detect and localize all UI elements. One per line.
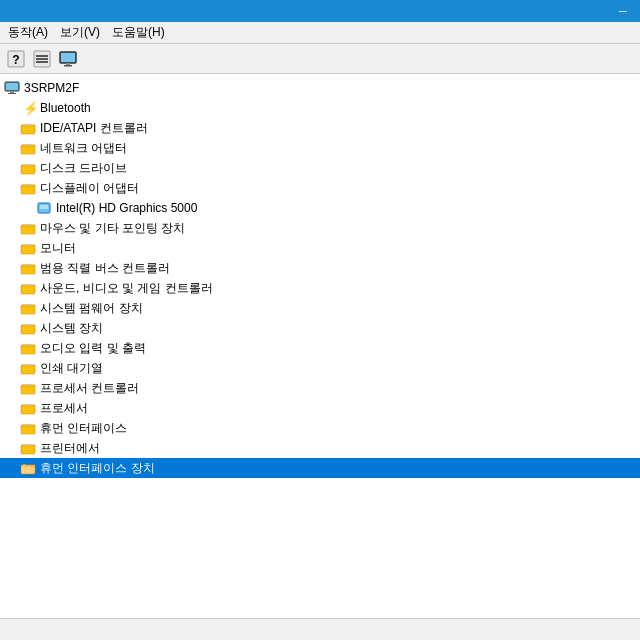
monitor-icon xyxy=(59,50,77,68)
tree-item[interactable]: 디스플레이 어댑터 xyxy=(0,178,640,198)
tree-item-label: Bluetooth xyxy=(40,101,91,115)
computer-icon xyxy=(4,80,20,96)
svg-rect-30 xyxy=(21,405,35,414)
tree-item[interactable]: 사운드, 비디오 및 게임 컨트롤러 xyxy=(0,278,640,298)
tree-item[interactable]: 오디오 입력 및 출력 xyxy=(0,338,640,358)
tree-item[interactable]: Intel(R) HD Graphics 5000 xyxy=(0,198,640,218)
svg-text:?: ? xyxy=(12,53,19,67)
svg-rect-22 xyxy=(21,245,35,254)
list-icon xyxy=(33,50,51,68)
tree-item-label: 디스크 드라이브 xyxy=(40,160,127,177)
tree-item-label: 마우스 및 기타 포인팅 장치 xyxy=(40,220,185,237)
svg-rect-8 xyxy=(64,65,72,67)
tree-item-label: 사운드, 비디오 및 게임 컨트롤러 xyxy=(40,280,213,297)
tree-item-label: 시스템 펌웨어 장치 xyxy=(40,300,143,317)
svg-rect-25 xyxy=(21,305,35,314)
svg-rect-3 xyxy=(36,55,48,57)
tree-item[interactable]: 범용 직렬 버스 컨트롤러 xyxy=(0,258,640,278)
tree-item[interactable]: 프로세서 컨트롤러 xyxy=(0,378,640,398)
svg-rect-27 xyxy=(21,345,35,354)
menu-bar: 동작(A) 보기(V) 도움말(H) xyxy=(0,22,640,44)
tree-item-label: 휴먼 인터페이스 xyxy=(40,420,127,437)
svg-rect-11 xyxy=(6,83,18,90)
toolbar: ? xyxy=(0,44,640,74)
svg-rect-16 xyxy=(21,145,35,154)
question-icon: ? xyxy=(7,50,25,68)
tree-item-label: Intel(R) HD Graphics 5000 xyxy=(56,201,197,215)
tree-item[interactable]: 시스템 펌웨어 장치 xyxy=(0,298,640,318)
tree-item[interactable]: ⚡Bluetooth xyxy=(0,98,640,118)
svg-rect-17 xyxy=(21,165,35,174)
tree-item-label: 프린터에서 xyxy=(40,440,100,457)
tree-item-label: 3SRPM2F xyxy=(24,81,79,95)
help-toolbar-button[interactable]: ? xyxy=(4,47,28,71)
folder-icon xyxy=(20,340,36,356)
tree-item[interactable]: 네트워크 어댑터 xyxy=(0,138,640,158)
tree-item[interactable]: 시스템 장치 xyxy=(0,318,640,338)
folder-icon xyxy=(20,280,36,296)
folder-icon xyxy=(20,380,36,396)
tree-item[interactable]: 프로세서 xyxy=(0,398,640,418)
menu-help[interactable]: 도움말(H) xyxy=(106,22,171,43)
tree-item[interactable]: 인쇄 대기열 xyxy=(0,358,640,378)
svg-rect-18 xyxy=(21,185,35,194)
tree-item[interactable]: 프린터에서 xyxy=(0,438,640,458)
menu-view[interactable]: 보기(V) xyxy=(54,22,106,43)
device-tree[interactable]: 3SRPM2F⚡BluetoothIDE/ATAPI 컨트롤러네트워크 어댑터디… xyxy=(0,74,640,618)
folder-icon xyxy=(20,400,36,416)
svg-rect-15 xyxy=(21,125,35,134)
svg-rect-20 xyxy=(40,205,48,209)
tree-item-label: 모니터 xyxy=(40,240,76,257)
tree-item-label: 프로세서 컨트롤러 xyxy=(40,380,139,397)
tree-item-label: 오디오 입력 및 출력 xyxy=(40,340,146,357)
svg-rect-26 xyxy=(21,325,35,334)
folder-icon xyxy=(20,160,36,176)
tree-item-label: 디스플레이 어댑터 xyxy=(40,180,139,197)
svg-rect-28 xyxy=(21,365,35,374)
svg-rect-33 xyxy=(21,465,35,474)
device-icon xyxy=(36,200,52,216)
folder-icon xyxy=(20,440,36,456)
status-bar xyxy=(0,618,640,640)
svg-rect-9 xyxy=(61,53,75,62)
tree-item[interactable]: 휴먼 인터페이스 xyxy=(0,418,640,438)
svg-rect-31 xyxy=(21,425,35,434)
folder-icon xyxy=(20,320,36,336)
folder-icon xyxy=(20,180,36,196)
folder-icon xyxy=(20,420,36,436)
minimize-button[interactable]: ─ xyxy=(610,1,636,21)
svg-rect-32 xyxy=(21,445,35,454)
tree-item-label: 프로세서 xyxy=(40,400,88,417)
svg-rect-21 xyxy=(21,225,35,234)
folder-icon xyxy=(20,460,36,476)
monitor-toolbar-button[interactable] xyxy=(56,47,80,71)
tree-item[interactable]: 휴먼 인터페이스 장치 xyxy=(0,458,640,478)
details-toolbar-button[interactable] xyxy=(30,47,54,71)
tree-item-label: 인쇄 대기열 xyxy=(40,360,103,377)
svg-rect-12 xyxy=(10,91,14,93)
folder-icon xyxy=(20,220,36,236)
tree-item-label: 휴먼 인터페이스 장치 xyxy=(40,460,155,477)
svg-rect-24 xyxy=(21,285,35,294)
svg-rect-13 xyxy=(8,93,16,94)
title-bar: ─ xyxy=(0,0,640,22)
folder-icon xyxy=(20,120,36,136)
svg-rect-5 xyxy=(36,61,48,63)
menu-action[interactable]: 동작(A) xyxy=(2,22,54,43)
bluetooth-icon: ⚡ xyxy=(20,100,36,116)
folder-icon xyxy=(20,360,36,376)
tree-item-label: 범용 직렬 버스 컨트롤러 xyxy=(40,260,170,277)
tree-item-label: IDE/ATAPI 컨트롤러 xyxy=(40,120,148,137)
tree-item-label: 시스템 장치 xyxy=(40,320,103,337)
tree-item[interactable]: IDE/ATAPI 컨트롤러 xyxy=(0,118,640,138)
svg-rect-29 xyxy=(21,385,35,394)
svg-rect-4 xyxy=(36,58,48,60)
tree-item[interactable]: 모니터 xyxy=(0,238,640,258)
tree-item[interactable]: 3SRPM2F xyxy=(0,78,640,98)
svg-rect-7 xyxy=(66,63,70,65)
tree-item[interactable]: 디스크 드라이브 xyxy=(0,158,640,178)
tree-item[interactable]: 마우스 및 기타 포인팅 장치 xyxy=(0,218,640,238)
folder-icon xyxy=(20,300,36,316)
svg-rect-23 xyxy=(21,265,35,274)
folder-icon xyxy=(20,240,36,256)
